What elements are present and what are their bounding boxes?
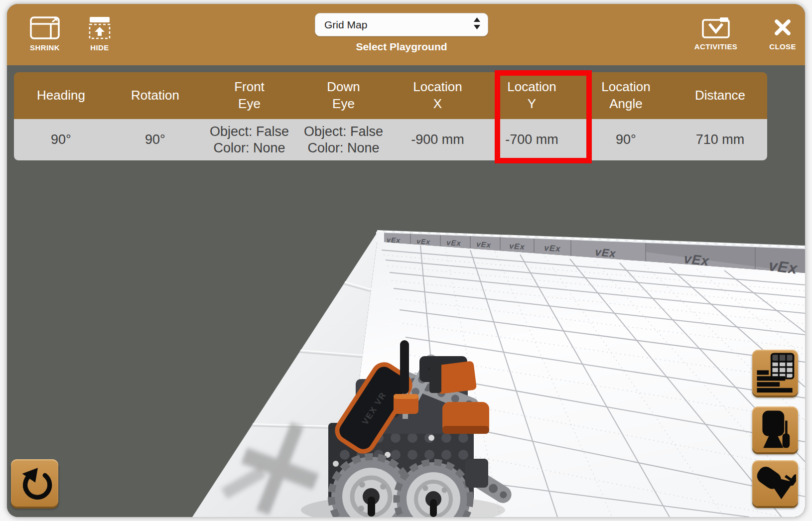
value-cell-location-x: -900 mm — [391, 119, 485, 160]
value-cell-location-angle: 90° — [579, 119, 673, 160]
shrink-icon — [29, 16, 60, 40]
shrink-label: SHRINK — [30, 43, 60, 52]
wall-logo: vEx — [544, 243, 561, 254]
shrink-button[interactable]: SHRINK — [25, 16, 65, 52]
activities-label: ACTIVITIES — [694, 42, 738, 51]
sensor-dashboard: Heading Rotation Front Eye Down Eye Loca… — [14, 72, 767, 160]
sensor-table-values: 90° 90° Object: False Color: None Object… — [14, 119, 767, 160]
wall-logo: vEx — [416, 237, 431, 246]
playground-select[interactable]: Grid Map — [315, 13, 488, 36]
header-cell-rotation: Rotation — [108, 72, 202, 119]
playground-viewport: vEx vEx vEx vEx vEx vEx vEx vEx vEx — [7, 65, 805, 517]
header-cell-location-angle: Location Angle — [579, 72, 673, 119]
toolbar: SHRINK HIDE Grid Map — [7, 4, 805, 65]
value-cell-location-y: -700 mm — [485, 119, 579, 160]
activities-icon — [701, 16, 730, 39]
value-cell-front-eye: Object: False Color: None — [202, 119, 296, 160]
wall-logo: vEx — [387, 236, 401, 244]
playground-select-value: Grid Map — [324, 19, 367, 31]
wall-logo: vEx — [446, 238, 462, 248]
robot-view-button[interactable] — [752, 406, 798, 452]
wall-logo: vEx — [509, 242, 526, 251]
header-cell-down-eye: Down Eye — [296, 72, 391, 119]
robot-view-icon — [754, 408, 796, 451]
value-cell-rotation: 90° — [108, 119, 202, 160]
playground-select-group: Grid Map Select Playground — [315, 13, 488, 53]
close-button[interactable]: CLOSE — [764, 16, 801, 51]
header-cell-heading: Heading — [14, 72, 108, 119]
wall-logo: vEx — [768, 257, 799, 277]
sensor-table-header: Heading Rotation Front Eye Down Eye Loca… — [14, 72, 767, 119]
value-cell-heading: 90° — [14, 119, 108, 160]
playground-select-caption: Select Playground — [315, 41, 488, 53]
reset-icon — [15, 463, 54, 503]
close-label: CLOSE — [769, 42, 796, 51]
header-cell-location-x: Location X — [391, 72, 485, 119]
dashboard-view-button[interactable] — [752, 350, 798, 395]
dashboard-view-icon — [754, 351, 796, 394]
hide-button[interactable]: HIDE — [82, 16, 118, 52]
header-cell-distance: Distance — [673, 72, 767, 119]
value-cell-down-eye: Object: False Color: None — [296, 119, 391, 160]
hide-label: HIDE — [90, 43, 109, 52]
value-cell-distance: 710 mm — [673, 119, 767, 160]
header-cell-location-y: Location Y — [485, 72, 579, 119]
header-cell-front-eye: Front Eye — [202, 72, 296, 119]
wall-logo: vEx — [683, 251, 710, 268]
camera-view-button[interactable] — [752, 460, 798, 506]
wall-logo: vEx — [595, 246, 617, 260]
playground-window: SHRINK HIDE Grid Map — [7, 4, 805, 517]
reset-button[interactable] — [11, 459, 58, 507]
camera-view-icon — [754, 462, 796, 505]
wall-logo: vEx — [476, 240, 492, 249]
activities-button[interactable]: ACTIVITIES — [688, 16, 743, 51]
hide-icon — [88, 16, 111, 40]
close-icon — [772, 16, 793, 39]
select-updown-icon — [473, 17, 481, 32]
